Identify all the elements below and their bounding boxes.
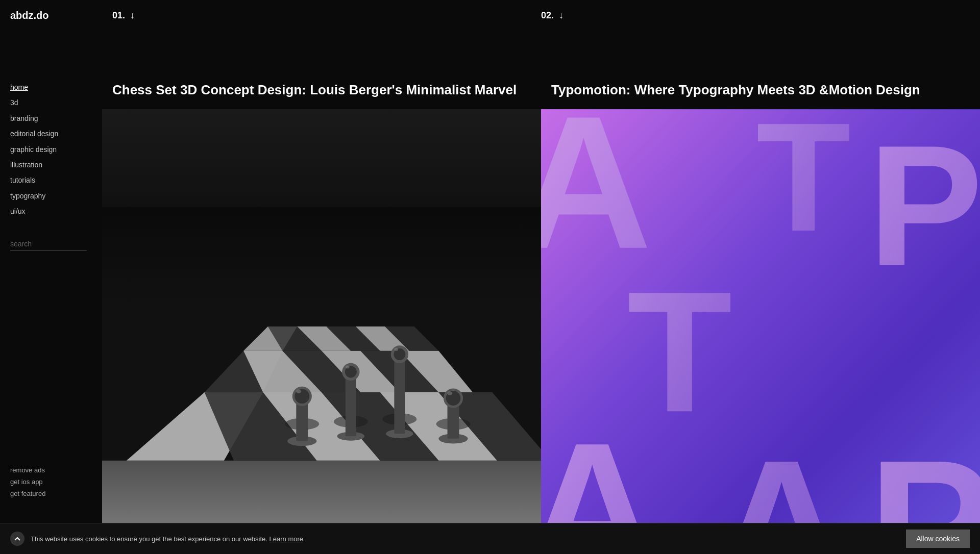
sidebar-search-container [10, 238, 92, 250]
typography-scene-svg: A T P T A A [541, 109, 980, 554]
article-image-typography: A T P T A A [541, 109, 980, 554]
svg-rect-33 [394, 356, 405, 434]
header-section-2: 02. ↓ [541, 10, 970, 21]
sidebar-item-3d[interactable]: 3d [10, 97, 92, 108]
sidebar-footer-ios-app[interactable]: get ios app [10, 478, 92, 486]
sidebar-item-illustration[interactable]: illustration [10, 159, 92, 170]
svg-rect-27 [346, 373, 356, 436]
svg-point-30 [346, 365, 350, 368]
header-nav-num-1: 01. [112, 10, 125, 21]
sidebar-item-graphic-design[interactable]: graphic design [10, 144, 92, 155]
cookie-message: This website uses cookies to ensure you … [31, 535, 900, 543]
cookie-learn-more[interactable]: Learn more [270, 535, 303, 543]
svg-rect-52 [541, 110, 980, 554]
header: abdz.do 01. ↓ 02. ↓ [0, 0, 980, 31]
sidebar-nav: home 3d branding editorial design graphi… [10, 82, 92, 217]
sidebar: home 3d branding editorial design graphi… [0, 31, 102, 554]
svg-point-36 [394, 348, 398, 351]
article-title-typography: Typomotion: Where Typography Meets 3D &M… [541, 82, 980, 109]
chevron-up-icon [14, 537, 20, 541]
main-content: Chess Set 3D Concept Design: Louis Berge… [102, 31, 980, 554]
sidebar-footer-get-featured[interactable]: get featured [10, 490, 92, 497]
cookie-banner: This website uses cookies to ensure you … [0, 523, 980, 554]
cookie-collapse-button[interactable] [10, 532, 24, 546]
article-card-typography[interactable]: Typomotion: Where Typography Meets 3D &M… [541, 82, 980, 554]
header-section-1: 01. ↓ [112, 10, 541, 21]
sidebar-item-branding[interactable]: branding [10, 113, 92, 124]
article-image-chess [102, 109, 541, 554]
sidebar-item-typography[interactable]: typography [10, 190, 92, 202]
search-input[interactable] [10, 238, 87, 250]
sidebar-item-tutorials[interactable]: tutorials [10, 174, 92, 186]
sidebar-item-ui-ux[interactable]: ui/ux [10, 206, 92, 217]
svg-rect-43 [102, 207, 541, 305]
header-navigation: 01. ↓ 02. ↓ [112, 10, 970, 21]
sidebar-item-home[interactable]: home [10, 82, 92, 93]
sidebar-footer-remove-ads[interactable]: remove ads [10, 466, 92, 474]
sidebar-item-editorial-design[interactable]: editorial design [10, 128, 92, 139]
svg-point-42 [448, 391, 453, 395]
article-card-chess[interactable]: Chess Set 3D Concept Design: Louis Berge… [102, 82, 541, 554]
header-arrow-2[interactable]: ↓ [559, 10, 564, 21]
svg-point-24 [296, 389, 301, 393]
cookie-allow-button[interactable]: Allow cookies [906, 530, 970, 548]
site-logo[interactable]: abdz.do [10, 10, 112, 21]
chess-scene-svg [102, 109, 541, 554]
page-layout: home 3d branding editorial design graphi… [0, 0, 980, 554]
sidebar-top: home 3d branding editorial design graphi… [10, 82, 92, 250]
header-nav-num-2: 02. [541, 10, 554, 21]
article-title-chess: Chess Set 3D Concept Design: Louis Berge… [102, 82, 541, 109]
header-arrow-1[interactable]: ↓ [130, 10, 135, 21]
